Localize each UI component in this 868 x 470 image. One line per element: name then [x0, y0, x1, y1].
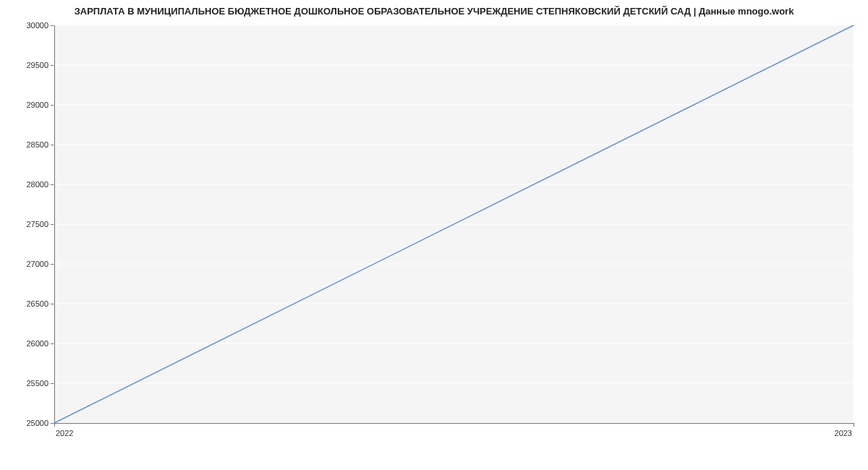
y-tick-label: 26500 — [26, 299, 48, 308]
x-tick-label: 2023 — [835, 429, 852, 437]
y-tick-label: 25000 — [26, 419, 48, 427]
y-tick-label: 28500 — [26, 140, 48, 149]
y-tick-label: 30000 — [26, 21, 48, 30]
x-tick-label: 2022 — [56, 429, 73, 437]
chart-container: ЗАРПЛАТА В МУНИЦИПАЛЬНОЕ БЮДЖЕТНОЕ ДОШКО… — [0, 0, 868, 470]
y-tick-label: 26000 — [26, 339, 48, 348]
y-tick-label: 29000 — [26, 101, 48, 109]
y-tick-label: 27000 — [26, 260, 48, 268]
y-tick-label: 28000 — [26, 180, 48, 189]
y-tick-label: 29500 — [26, 61, 48, 69]
chart-svg: 2500025500260002650027000275002800028500… — [0, 0, 868, 470]
y-tick-label: 25500 — [26, 379, 48, 388]
y-tick-label: 27500 — [26, 220, 48, 228]
